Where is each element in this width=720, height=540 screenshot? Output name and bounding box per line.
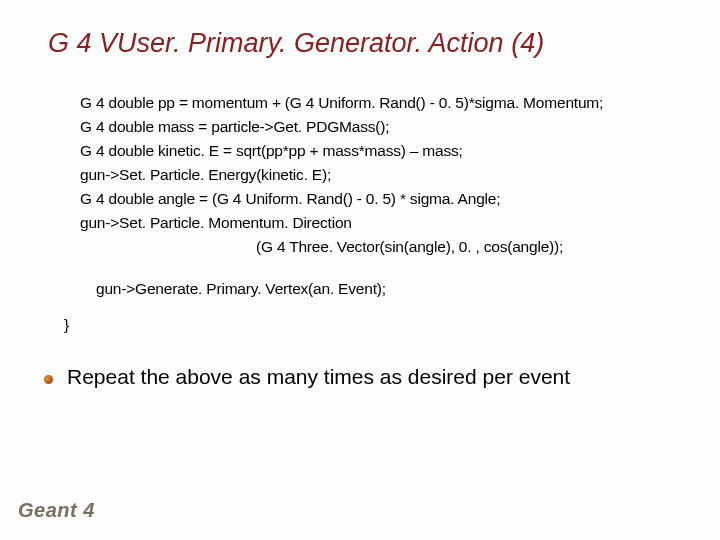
code-line: gun->Set. Particle. Energy(kinetic. E); (80, 163, 680, 187)
code-line: G 4 double mass = particle->Get. PDGMass… (80, 115, 680, 139)
slide-container: G 4 VUser. Primary. Generator. Action (4… (0, 0, 720, 410)
code-generate-vertex: gun->Generate. Primary. Vertex(an. Event… (96, 277, 680, 301)
code-line: gun->Set. Particle. Momentum. Direction (80, 211, 680, 235)
code-line: G 4 double kinetic. E = sqrt(pp*pp + mas… (80, 139, 680, 163)
bullet-icon (44, 375, 53, 384)
bullet-text: Repeat the above as many times as desire… (67, 363, 570, 390)
geant4-logo: Geant 4 (18, 499, 95, 522)
code-line: G 4 double angle = (G 4 Uniform. Rand() … (80, 187, 680, 211)
slide-title: G 4 VUser. Primary. Generator. Action (4… (48, 28, 680, 59)
code-line: (G 4 Three. Vector(sin(angle), 0. , cos(… (256, 235, 680, 259)
code-close-brace: } (64, 313, 680, 337)
code-block: G 4 double pp = momentum + (G 4 Uniform.… (80, 91, 680, 337)
code-line: G 4 double pp = momentum + (G 4 Uniform.… (80, 91, 680, 115)
bullet-item: Repeat the above as many times as desire… (44, 363, 680, 390)
